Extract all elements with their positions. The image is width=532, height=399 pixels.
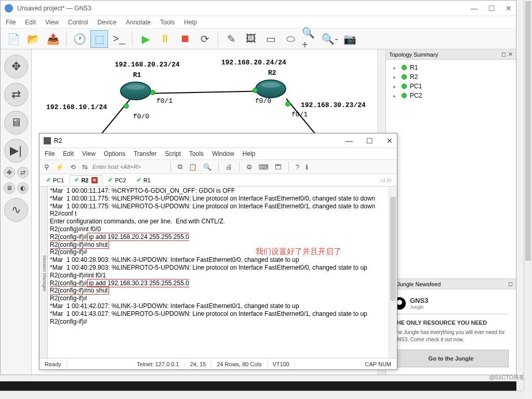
- page-scrollbar-vertical[interactable]: [524, 0, 532, 391]
- pause-icon[interactable]: ⏸: [156, 30, 174, 48]
- r2-f00-label: f0/0: [255, 97, 271, 105]
- menu-edit[interactable]: Edit: [25, 19, 36, 26]
- switches-icon[interactable]: ⇄: [4, 83, 28, 107]
- show-labels-icon[interactable]: ⬚: [90, 30, 108, 48]
- add-link-icon[interactable]: ∿: [4, 198, 28, 222]
- menu-control[interactable]: Control: [68, 19, 88, 26]
- reconnect-icon[interactable]: ⚡: [54, 163, 65, 171]
- rectangle-icon[interactable]: ▭: [262, 30, 280, 48]
- check-icon: ✔: [74, 177, 79, 183]
- tab-close-icon[interactable]: ✕: [91, 177, 98, 183]
- copy-icon[interactable]: ⧉: [176, 163, 184, 171]
- tree-item-r2[interactable]: ▸R2: [388, 72, 514, 82]
- security-devices-icon[interactable]: ▶|: [4, 139, 28, 163]
- term-maximize-button[interactable]: ☐: [366, 137, 373, 145]
- tab-pc1[interactable]: ✔PC1: [42, 175, 69, 185]
- tab-next-icon[interactable]: ▷: [388, 177, 392, 183]
- titlebar: Unsaved project* — GNS3 — ☐ ✕: [1, 1, 516, 16]
- all-devices-icon[interactable]: ✥: [4, 167, 15, 178]
- term-minimize-button[interactable]: —: [345, 137, 353, 145]
- screenshot-icon[interactable]: 📷: [341, 30, 358, 48]
- minimize-button[interactable]: —: [471, 4, 478, 12]
- term-menu-file[interactable]: File: [45, 150, 55, 157]
- menu-file[interactable]: File: [6, 19, 16, 26]
- terminal-scrollbar[interactable]: [389, 187, 397, 358]
- main-toolbar: 📄 📂 📤 🕐 ⬚ >_ ▶ ⏸ ⏹ ⟳ ✎ 🖼 ▭ ⬭ 🔍+ 🔍- 📷: [1, 29, 516, 49]
- zoom-in-icon[interactable]: 🔍+: [301, 30, 319, 48]
- misc2-icon[interactable]: ◐: [17, 182, 29, 194]
- router-r1[interactable]: [120, 82, 151, 100]
- script-icon[interactable]: 🗔: [273, 163, 283, 171]
- ellipse-icon[interactable]: ⬭: [282, 30, 299, 48]
- close-button[interactable]: ✕: [506, 4, 512, 12]
- panel-float-icon[interactable]: ◻: [501, 51, 506, 58]
- tab-r2[interactable]: ✔R2✕: [70, 175, 102, 185]
- browse-icon[interactable]: ⇄: [17, 167, 29, 178]
- router-r2[interactable]: [255, 79, 286, 98]
- menu-view[interactable]: View: [45, 19, 59, 26]
- console-icon[interactable]: >_: [110, 30, 128, 48]
- r1-f00-label: f0/0: [133, 113, 149, 121]
- term-menu-transfer[interactable]: Transfer: [134, 150, 156, 157]
- tab-prev-icon[interactable]: ◁: [380, 177, 384, 183]
- about-icon[interactable]: ℹ: [304, 163, 310, 171]
- help-icon[interactable]: ?: [294, 163, 301, 171]
- term-menu-help[interactable]: Help: [243, 150, 256, 157]
- panel-close-icon[interactable]: ✕: [508, 51, 513, 58]
- tree-item-pc1[interactable]: ▸PC1: [388, 82, 514, 91]
- menu-help[interactable]: Help: [184, 19, 197, 26]
- snapshot-icon[interactable]: 🕐: [71, 30, 88, 48]
- page-scrollbar-horizontal[interactable]: [0, 391, 524, 399]
- stop-icon[interactable]: ⏹: [176, 30, 194, 48]
- open-project-icon[interactable]: 📂: [24, 30, 42, 48]
- image-icon[interactable]: 🖼: [242, 30, 260, 48]
- reload-icon[interactable]: ⟳: [196, 30, 214, 48]
- print-icon[interactable]: 🖨: [224, 163, 234, 171]
- routers-icon[interactable]: ✥: [4, 55, 28, 78]
- annotate-icon[interactable]: ✎: [222, 30, 240, 48]
- r1-f00-dot: [124, 103, 129, 109]
- settings-icon[interactable]: ⚙: [245, 163, 254, 171]
- session-manager-tab[interactable]: Session Manager: [39, 187, 48, 358]
- find-icon[interactable]: 🔍: [202, 163, 213, 171]
- play-icon[interactable]: ▶: [137, 30, 154, 48]
- term-menu-window[interactable]: Window: [212, 150, 234, 157]
- menu-tools[interactable]: Tools: [160, 19, 175, 26]
- window-title: Unsaved project* — GNS3: [17, 5, 91, 12]
- go-to-jungle-button[interactable]: Go to the Jungle: [393, 350, 509, 367]
- zoom-out-icon[interactable]: 🔍-: [321, 30, 339, 48]
- tree-item-pc2[interactable]: ▸PC2: [388, 91, 514, 100]
- tab-r1[interactable]: ✔R1: [132, 175, 155, 185]
- status-caps: CAP NUM: [360, 361, 397, 367]
- term-menu-options[interactable]: Options: [104, 150, 125, 157]
- link-icon[interactable]: ⇆: [81, 163, 89, 171]
- term-menu-view[interactable]: View: [82, 150, 96, 157]
- terminal-titlebar[interactable]: R2 — ☐ ✕: [39, 134, 397, 148]
- check-icon: ✔: [108, 177, 113, 183]
- end-devices-icon[interactable]: 🖥: [4, 111, 28, 135]
- menu-annotate[interactable]: Annotate: [126, 19, 151, 26]
- term-menu-script[interactable]: Script: [165, 150, 181, 157]
- topology-tree: ▸R1 ▸R2 ▸PC1 ▸PC2: [386, 60, 516, 103]
- keyboard-icon[interactable]: ⌨: [257, 163, 270, 171]
- menu-device[interactable]: Device: [98, 19, 117, 26]
- newsfeed-brand-sub: Jungle: [410, 304, 428, 310]
- maximize-button[interactable]: ☐: [488, 4, 495, 12]
- host-input[interactable]: [92, 164, 165, 170]
- misc1-icon[interactable]: 🖥: [4, 182, 15, 194]
- check-icon: ✔: [137, 177, 141, 183]
- tree-item-r1[interactable]: ▸R1: [388, 63, 514, 72]
- tab-pc2[interactable]: ✔PC2: [103, 175, 130, 185]
- quick-connect-icon[interactable]: ⚲: [43, 163, 51, 171]
- check-icon: ✔: [46, 177, 51, 183]
- newsfeed-float-icon[interactable]: ◻: [508, 281, 513, 287]
- term-menu-edit[interactable]: Edit: [63, 150, 74, 157]
- term-menu-tools[interactable]: Tools: [189, 150, 204, 157]
- save-project-icon[interactable]: 📤: [44, 30, 62, 48]
- disconnect-icon[interactable]: ⟲: [69, 163, 77, 171]
- paste-icon[interactable]: 📋: [187, 163, 198, 171]
- new-project-icon[interactable]: 📄: [5, 30, 22, 48]
- terminal-output[interactable]: *Mar 1 00:00:11.147: %CRYPTO-6-GDOI_ON_O…: [48, 187, 389, 358]
- term-close-button[interactable]: ✕: [387, 137, 393, 145]
- newsfeed-text: The Jungle has everything you will ever …: [393, 329, 509, 343]
